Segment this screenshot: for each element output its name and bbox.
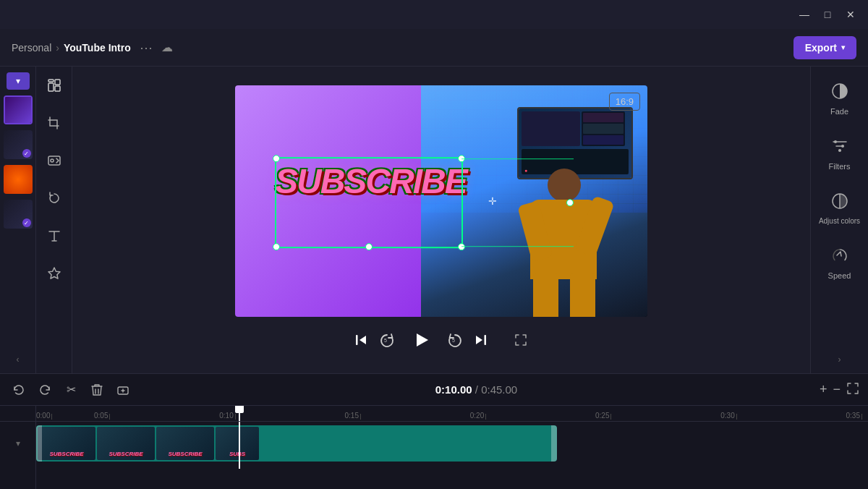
clip-check-icon: ✓ [22,149,31,158]
right-panel: Fade Filters [810,67,868,373]
svg-point-11 [834,140,837,143]
svg-point-5 [51,159,54,162]
timeline-toolbar: ✂ 0:10.00 / 0:45.00 + − [0,374,868,406]
speed-icon [827,242,853,268]
skip-to-end-button[interactable] [475,333,488,346]
zoom-out-button[interactable]: − [833,382,841,397]
play-pause-button[interactable] [407,326,435,354]
svg-text:5: 5 [452,338,455,343]
cloud-sync-icon[interactable]: ☁ [161,41,173,54]
ruler-marks-container: 0:05 0:10 0:15 0:20 0:25 0:30 0:35 [94,412,868,420]
playhead-track [239,422,240,469]
video-track: SUBSCRIBE SUBSCRIBE SUBSCRIBE SUBS [36,422,868,469]
project-name[interactable]: YouTube Intro [64,42,131,54]
crop-tool-button[interactable] [41,110,67,136]
filters-label: Filters [829,162,851,171]
clip-thumb-1: SUBSCRIBE [38,427,95,460]
adjust-colors-icon [827,188,853,214]
undo-button[interactable] [9,380,29,400]
svg-point-12 [841,145,844,148]
fit-to-screen-button[interactable] [846,382,859,397]
filters-icon [827,133,853,159]
list-item[interactable]: ✓ [4,200,33,229]
app-container: Personal › YouTube Intro ⋯ ☁ Export ▾ ▾ … [0,29,868,489]
canvas-area: ● [72,67,810,373]
time-separator: / [472,383,482,396]
svg-rect-9 [485,335,487,345]
redo-button[interactable] [35,380,55,400]
maximize-button[interactable]: □ [816,3,839,26]
ruler-mark-5: 0:05 [94,412,110,420]
layout-tool-button[interactable] [41,72,67,98]
timeline-area: ▾ 0:00 0:05 [0,406,868,489]
export-chevron-icon: ▾ [841,43,845,51]
svg-rect-2 [55,86,60,91]
breadcrumb-personal[interactable]: Personal [12,42,51,54]
speed-tool[interactable]: Speed [827,242,853,280]
export-button[interactable]: Export ▾ [793,36,856,59]
total-time: 0:45.00 [481,383,517,396]
svg-point-13 [838,149,841,152]
playhead-ruler [239,406,240,421]
text-tool-button[interactable] [41,223,67,249]
svg-rect-6 [356,335,358,345]
playback-controls: 5 5 [354,326,528,354]
list-item[interactable]: ✓ [4,130,33,159]
list-item[interactable] [4,165,33,194]
clip-start-handle[interactable] [36,425,42,462]
svg-rect-3 [48,80,54,82]
subscribe-text-element: SUBSCRIBE [275,163,463,201]
adjust-colors-tool[interactable]: Adjust colors [819,188,860,225]
zoom-in-button[interactable]: + [820,382,827,397]
rotate-tool-button[interactable] [41,185,67,211]
bottom-area: ✂ 0:10.00 / 0:45.00 + − [0,373,868,489]
expand-clips-button[interactable]: ▾ [7,72,30,90]
filters-tool[interactable]: Filters [827,133,853,171]
svg-rect-1 [55,80,60,85]
ruler-mark-20: 0:20 [470,412,486,420]
ruler-mark-35: 0:35 [846,412,862,420]
fullscreen-button[interactable] [514,333,528,347]
aspect-ratio-badge[interactable]: 16:9 [609,93,640,111]
subscribe-sticker[interactable]: SUBSCRIBE [275,163,463,242]
add-clip-button[interactable] [113,380,133,400]
ruler-mark-15: 0:15 [345,412,361,420]
right-panel-arrow[interactable]: › [838,354,841,365]
header: Personal › YouTube Intro ⋯ ☁ Export ▾ [0,29,868,67]
current-time: 0:10.00 [435,383,472,396]
expand-track-icon[interactable]: ▾ [16,438,20,448]
clip-check-icon: ✓ [22,218,31,227]
ruler-mark-25: 0:25 [595,412,611,420]
timeline-video-clip[interactable]: SUBSCRIBE SUBSCRIBE SUBSCRIBE SUBS [36,425,557,462]
close-button[interactable]: ✕ [839,3,862,26]
fade-tool[interactable]: Fade [827,78,853,116]
rewind-button[interactable]: 5 [379,332,395,348]
media-tool-button[interactable] [41,148,67,174]
forward-button[interactable]: 5 [447,332,463,348]
tools-panel [36,67,72,373]
collapse-panel-icon[interactable]: ‹ [17,354,20,365]
speed-label: Speed [828,271,851,280]
sticker-tool-button[interactable] [41,260,67,286]
minimize-button[interactable]: — [793,3,816,26]
zoom-controls: + − [820,382,859,397]
timeline-ruler: 0:00 0:05 0:10 0:15 0:20 0:25 0:30 0:35 [36,406,868,422]
svg-text:5: 5 [384,338,387,343]
svg-rect-0 [48,83,54,91]
ruler-mark-10: 0:10 [219,412,235,420]
timeline-content: 0:00 0:05 0:10 0:15 0:20 0:25 0:30 0:35 [36,406,868,489]
cut-button[interactable]: ✂ [61,380,81,400]
ruler-mark-0: 0:00 [36,412,94,420]
breadcrumb: Personal › YouTube Intro [12,42,131,54]
clip-thumb-4: SUBS [216,427,259,460]
skip-to-start-button[interactable] [354,333,367,346]
clip-thumb-3: SUBSCRIBE [156,427,214,460]
delete-button[interactable] [87,380,107,400]
list-item[interactable] [4,95,33,124]
project-menu-icon[interactable]: ⋯ [140,40,153,56]
video-preview[interactable]: ● [235,85,647,317]
person-silhouette [517,158,611,317]
clip-end-handle[interactable] [551,425,557,462]
title-bar: — □ ✕ [0,0,868,29]
track-labels: ▾ [0,406,36,489]
